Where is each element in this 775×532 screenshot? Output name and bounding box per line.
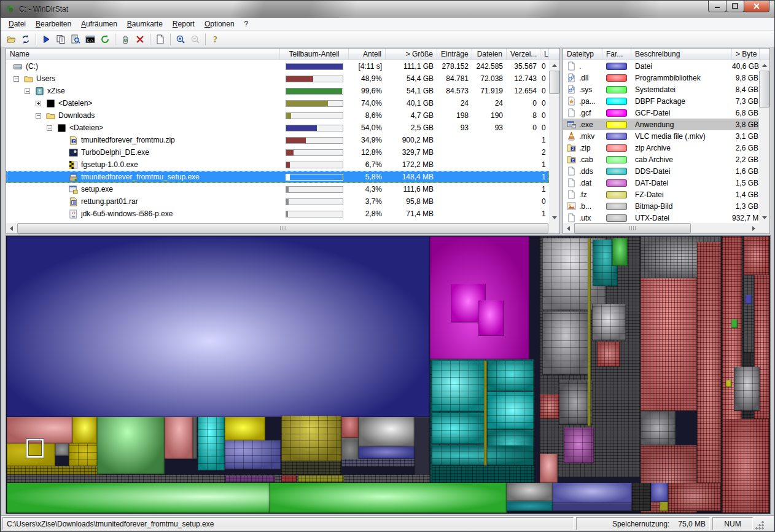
treemap[interactable] [7, 237, 769, 513]
treemap-block-gray-bottom-1[interactable] [507, 483, 553, 501]
treemap-block-dark-bottom[interactable] [632, 483, 651, 511]
collapse-icon[interactable] [36, 113, 41, 119]
tree-row[interactable]: Users48,9%54,4 GB84.78172.03812.7430 [6, 72, 549, 85]
collapse-icon[interactable] [47, 125, 52, 131]
tree-row[interactable]: Rrettung.part01.rar3,7%95,8 MB0 [6, 195, 549, 208]
tree-vertical-scrollbar[interactable] [549, 60, 559, 223]
treemap-block-speck-yellow-2[interactable] [298, 475, 344, 483]
treemap-block-red-small-2[interactable] [540, 394, 559, 420]
treemap-block-blue-strip-1[interactable] [359, 447, 415, 460]
column-header-name[interactable]: Name [6, 49, 280, 60]
treemap-block-teal-bottom-1[interactable] [507, 501, 553, 511]
treemap-block-olive-bottom[interactable] [660, 502, 668, 512]
scroll-right-icon[interactable] [749, 223, 759, 233]
treemap-block-cyan-3[interactable] [487, 392, 534, 429]
tree-row[interactable]: Downloads8,6%4,7 GB19819080 [6, 109, 549, 122]
filetype-row[interactable]: .fzFZ-Datei1,4 GB [563, 189, 759, 200]
treemap-block-green-small[interactable] [612, 238, 628, 266]
tree-row[interactable]: xZise99,6%54,1 GB84.57371.91912.6540 [6, 85, 549, 97]
column-header-dateien[interactable]: Dateien [472, 49, 507, 60]
treemap-block-cyan-1[interactable] [432, 361, 485, 412]
treemap-block-blue-main[interactable] [7, 237, 430, 417]
filetype-row[interactable]: .b...Bitmap-Bild1,3 GB [563, 200, 759, 212]
treemap-block-olive-divider[interactable] [484, 361, 487, 466]
treemap-block-speck-purple[interactable] [225, 475, 275, 483]
menu-item-datei[interactable]: Datei [4, 18, 31, 29]
treemap-block-gray-under-red3[interactable] [341, 438, 358, 461]
scroll-thumb[interactable] [549, 71, 559, 94]
scroll-left-icon[interactable] [563, 223, 574, 233]
new-doc-icon[interactable] [153, 32, 168, 46]
tree-row[interactable]: jdk-6u5-windows-i586-p.exe2,8%71,4 MB1 [6, 208, 549, 220]
treemap-block-magenta-bright-2[interactable] [478, 300, 504, 337]
treemap-block-cyan-6[interactable] [432, 445, 535, 466]
column-header-anteil[interactable]: Anteil [349, 49, 386, 60]
treemap-block-gray-in-red[interactable] [641, 411, 676, 445]
treemap-block-green-strip-2[interactable] [270, 483, 506, 513]
treemap-block-salmon-2[interactable] [165, 417, 193, 459]
column-header-byte[interactable]: > Byte [732, 49, 760, 60]
treemap-block-red-bottom[interactable] [668, 483, 721, 511]
filetype-row[interactable]: .mkvVLC media file (.mkv)3,1 GB [563, 130, 759, 142]
filetype-row[interactable]: .pa...DBPF Package7,3 GB [563, 95, 759, 107]
column-header-einträge[interactable]: Einträge [437, 49, 472, 60]
treemap-block-teal-1[interactable] [198, 417, 225, 471]
treemap-block-gray-col-1[interactable] [193, 417, 197, 459]
treemap-block-yellow-divider[interactable] [588, 238, 590, 426]
filetype-row[interactable]: .gcfGCF-Datei6,8 GB [563, 107, 759, 119]
column-header-dateityp[interactable]: Dateityp [563, 49, 602, 60]
treemap-block-purple-small[interactable] [564, 428, 594, 464]
tree-row[interactable]: tmunitedforever_fromtmu_setup.exe5,8%148… [6, 171, 549, 183]
types-horizontal-scrollbar[interactable] [563, 223, 759, 233]
scroll-up-icon[interactable] [759, 60, 769, 71]
treemap-block-green-strip-1[interactable] [7, 483, 270, 513]
tree-horizontal-scrollbar[interactable] [6, 223, 549, 233]
treemap-block-farright-gray-1[interactable] [744, 275, 754, 353]
scroll-thumb[interactable] [759, 71, 769, 108]
filetype-row[interactable]: .ddsDDS-Datei1,6 GB [563, 165, 759, 177]
tree-row[interactable]: Ztmunitedforever_fromtmu.zip34,9%900,2 M… [6, 134, 549, 146]
column-header-verzei[interactable]: Verzei... [507, 49, 540, 60]
close-button[interactable] [744, 1, 769, 12]
column-header-l[interactable]: L [540, 49, 549, 60]
treemap-block-red-col-1[interactable] [641, 278, 697, 411]
tree-row[interactable]: <Dateien>54,0%2,5 GB939300 [6, 122, 549, 134]
play-icon[interactable] [39, 32, 53, 46]
copy-icon[interactable] [53, 32, 68, 46]
maximize-button[interactable] [726, 1, 744, 12]
treemap-block-yellow-3[interactable] [225, 417, 265, 440]
treemap-block-bluepurple-strip[interactable] [553, 483, 632, 503]
treemap-block-gray-top-2[interactable] [542, 311, 590, 375]
types-vertical-scrollbar[interactable] [759, 60, 769, 223]
scroll-up-icon[interactable] [549, 60, 559, 71]
treemap-block-cyan-2[interactable] [487, 361, 534, 391]
tree-row[interactable]: <Dateien>74,0%40,1 GB242400 [6, 97, 549, 109]
collapse-icon[interactable] [14, 76, 19, 82]
menu-item-bearbeiten[interactable]: Bearbeiten [31, 18, 76, 29]
resize-grip[interactable] [755, 521, 765, 530]
treemap-block-olive-1[interactable] [281, 416, 341, 462]
delete-icon[interactable] [133, 32, 147, 46]
treemap-block-gray-small-1[interactable] [55, 444, 68, 456]
title-bar[interactable]: C: - WinDirStat [1, 1, 774, 18]
treemap-block-dark-olive-under[interactable] [281, 461, 341, 475]
treemap-block-farright-red-2[interactable] [744, 237, 769, 275]
filetype-row[interactable]: Z.zipzip Archive2,6 GB [563, 142, 759, 154]
column-header-teilbaumanteil[interactable]: Teilbaum-Anteil [280, 49, 349, 60]
filetype-row[interactable]: C.cabcab Archive2,2 GB [563, 154, 759, 165]
minimize-button[interactable] [708, 1, 726, 12]
zoom-out-icon[interactable] [188, 32, 203, 46]
treemap-block-salmon-small[interactable] [540, 454, 558, 483]
filetype-row[interactable]: .exeAnwendung3,8 GB [563, 119, 759, 130]
open-folder-icon[interactable] [4, 32, 18, 46]
menu-item-optionen[interactable]: Optionen [200, 18, 240, 29]
filetype-row[interactable]: .dllProgrammbibliothek9,8 GB [563, 72, 759, 84]
tree-row[interactable]: TurboDelphi_DE.exe12,8%329,7 MB2 [6, 146, 549, 158]
tree-row[interactable]: setup.exe4,3%111,6 MB1 [6, 183, 549, 195]
filetype-row[interactable]: .sysSystemdatei8,4 GB [563, 84, 759, 95]
refresh-all-icon[interactable] [18, 32, 33, 46]
treemap-block-speck-green[interactable] [731, 319, 738, 328]
filetype-row[interactable]: .datDAT-Datei1,5 GB [563, 177, 759, 189]
treemap-block-dark-col-2[interactable] [415, 417, 430, 483]
command-prompt-icon[interactable]: C:\ [83, 32, 98, 46]
